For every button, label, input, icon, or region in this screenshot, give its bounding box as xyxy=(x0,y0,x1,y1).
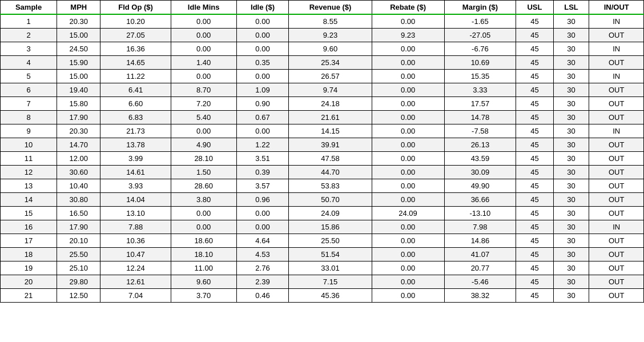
idle-cell: 3.51 xyxy=(236,152,289,166)
idle-mins-cell: 3.80 xyxy=(171,193,236,207)
lsl-cell: 30 xyxy=(553,275,589,289)
idle-cell: 4.64 xyxy=(236,234,289,248)
idle-cell: 0.35 xyxy=(236,56,289,70)
margin-cell: 3.33 xyxy=(444,83,516,97)
fld-op-cell: 10.20 xyxy=(100,14,171,29)
mph-cell: 15.00 xyxy=(57,70,100,83)
in-out-cell: OUT xyxy=(589,29,644,42)
idle-mins-cell: 18.60 xyxy=(171,234,236,248)
lsl-cell: 30 xyxy=(553,70,589,83)
fld-op-cell: 3.99 xyxy=(100,152,171,166)
usl-cell: 45 xyxy=(516,152,553,166)
rebate-cell: 0.00 xyxy=(372,14,444,29)
sample-cell: 2 xyxy=(1,29,57,42)
lsl-cell: 30 xyxy=(553,111,589,124)
fld-op-cell: 14.04 xyxy=(100,193,171,207)
usl-cell: 45 xyxy=(516,56,553,70)
lsl-cell: 30 xyxy=(553,220,589,234)
table-row: 215.0027.050.000.009.239.23-27.054530OUT xyxy=(1,29,644,42)
rebate-cell: 0.00 xyxy=(372,152,444,166)
col-header-fld-op: Fld Op ($) xyxy=(100,1,171,15)
fld-op-cell: 12.61 xyxy=(100,275,171,289)
revenue-cell: 50.70 xyxy=(289,193,372,207)
sample-cell: 20 xyxy=(1,275,57,289)
idle-mins-cell: 4.90 xyxy=(171,138,236,152)
col-header-in-out: IN/OUT xyxy=(589,1,644,15)
in-out-cell: IN xyxy=(589,124,644,138)
margin-cell: -1.65 xyxy=(444,14,516,29)
mph-cell: 15.00 xyxy=(57,29,100,42)
in-out-cell: OUT xyxy=(589,166,644,179)
in-out-cell: OUT xyxy=(589,207,644,220)
fld-op-cell: 6.83 xyxy=(100,111,171,124)
col-header-sample: Sample xyxy=(1,1,57,15)
idle-cell: 0.67 xyxy=(236,111,289,124)
table-row: 1112.003.9928.103.5147.580.0043.594530OU… xyxy=(1,152,644,166)
mph-cell: 17.90 xyxy=(57,220,100,234)
idle-mins-cell: 11.00 xyxy=(171,261,236,275)
in-out-cell: OUT xyxy=(589,275,644,289)
margin-cell: 30.09 xyxy=(444,166,516,179)
usl-cell: 45 xyxy=(516,275,553,289)
mph-cell: 24.50 xyxy=(57,42,100,56)
table-body: 120.3010.200.000.008.550.00-1.654530IN21… xyxy=(1,14,644,303)
in-out-cell: IN xyxy=(589,14,644,29)
sample-cell: 4 xyxy=(1,56,57,70)
rebate-cell: 0.00 xyxy=(372,193,444,207)
mph-cell: 20.30 xyxy=(57,124,100,138)
margin-cell: -7.58 xyxy=(444,124,516,138)
in-out-cell: OUT xyxy=(589,234,644,248)
fld-op-cell: 21.73 xyxy=(100,124,171,138)
table-row: 619.406.418.701.099.740.003.334530OUT xyxy=(1,83,644,97)
lsl-cell: 30 xyxy=(553,234,589,248)
mph-cell: 17.90 xyxy=(57,111,100,124)
idle-cell: 0.00 xyxy=(236,42,289,56)
sample-cell: 8 xyxy=(1,111,57,124)
margin-cell: -5.46 xyxy=(444,275,516,289)
revenue-cell: 47.58 xyxy=(289,152,372,166)
usl-cell: 45 xyxy=(516,111,553,124)
revenue-cell: 24.09 xyxy=(289,207,372,220)
idle-cell: 3.57 xyxy=(236,179,289,193)
idle-mins-cell: 0.00 xyxy=(171,42,236,56)
revenue-cell: 7.15 xyxy=(289,275,372,289)
col-header-margin: Margin ($) xyxy=(444,1,516,15)
usl-cell: 45 xyxy=(516,234,553,248)
revenue-cell: 8.55 xyxy=(289,14,372,29)
sample-cell: 1 xyxy=(1,14,57,29)
rebate-cell: 0.00 xyxy=(372,179,444,193)
idle-cell: 0.39 xyxy=(236,166,289,179)
sample-cell: 9 xyxy=(1,124,57,138)
rebate-cell: 0.00 xyxy=(372,56,444,70)
idle-mins-cell: 18.10 xyxy=(171,248,236,261)
idle-cell: 2.76 xyxy=(236,261,289,275)
table-row: 817.906.835.400.6721.610.0014.784530OUT xyxy=(1,111,644,124)
in-out-cell: IN xyxy=(589,70,644,83)
in-out-cell: OUT xyxy=(589,97,644,111)
lsl-cell: 30 xyxy=(553,261,589,275)
revenue-cell: 53.83 xyxy=(289,179,372,193)
sample-cell: 18 xyxy=(1,248,57,261)
revenue-cell: 45.36 xyxy=(289,289,372,303)
col-header-lsl: LSL xyxy=(553,1,589,15)
idle-cell: 0.00 xyxy=(236,220,289,234)
idle-mins-cell: 8.70 xyxy=(171,83,236,97)
usl-cell: 45 xyxy=(516,138,553,152)
usl-cell: 45 xyxy=(516,261,553,275)
revenue-cell: 44.70 xyxy=(289,166,372,179)
revenue-cell: 15.86 xyxy=(289,220,372,234)
idle-cell: 0.46 xyxy=(236,289,289,303)
margin-cell: 14.78 xyxy=(444,111,516,124)
mph-cell: 29.80 xyxy=(57,275,100,289)
col-header-mph: MPH xyxy=(57,1,100,15)
sample-cell: 5 xyxy=(1,70,57,83)
revenue-cell: 9.60 xyxy=(289,42,372,56)
in-out-cell: OUT xyxy=(589,83,644,97)
table-row: 715.806.607.200.9024.180.0017.574530OUT xyxy=(1,97,644,111)
revenue-cell: 21.61 xyxy=(289,111,372,124)
revenue-cell: 25.50 xyxy=(289,234,372,248)
lsl-cell: 30 xyxy=(553,248,589,261)
idle-cell: 0.00 xyxy=(236,29,289,42)
margin-cell: 20.77 xyxy=(444,261,516,275)
col-header-rebate: Rebate ($) xyxy=(372,1,444,15)
